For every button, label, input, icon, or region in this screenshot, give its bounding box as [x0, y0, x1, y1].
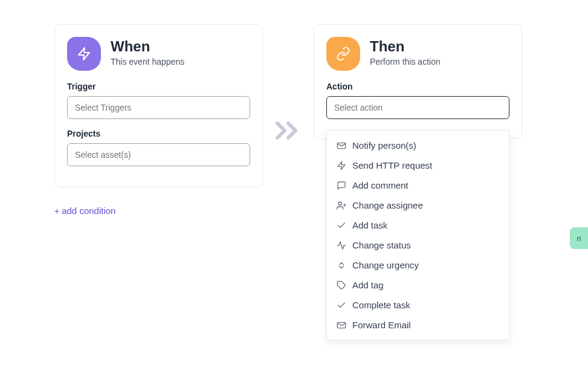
- link-icon: [326, 37, 360, 71]
- add-condition-button[interactable]: + add condition: [54, 206, 115, 216]
- action-option-label: Notify person(s): [352, 140, 416, 151]
- action-option-label: Add tag: [352, 280, 384, 290]
- action-option-label: Forward Email: [352, 320, 411, 330]
- bolt-icon: [67, 37, 101, 71]
- check-icon: [337, 221, 346, 230]
- when-subtitle: This event happens: [111, 57, 184, 66]
- action-option-label: Add task: [352, 220, 387, 230]
- projects-label: Projects: [67, 129, 250, 138]
- action-option[interactable]: Change status: [327, 235, 509, 255]
- svg-point-3: [338, 202, 341, 205]
- trigger-select[interactable]: [67, 96, 250, 119]
- action-option[interactable]: Change urgency: [327, 255, 509, 275]
- action-option[interactable]: Change assignee: [327, 195, 509, 215]
- action-option[interactable]: Add tag: [327, 275, 509, 295]
- tag-icon: [337, 280, 346, 290]
- when-title: When: [111, 38, 184, 56]
- action-select[interactable]: [326, 96, 509, 119]
- bg-pill-text: n: [577, 234, 581, 243]
- when-card-header: When This event happens: [67, 37, 250, 71]
- arrow-connector-icon: [275, 24, 302, 140]
- action-option-label: Change urgency: [352, 260, 419, 270]
- projects-select[interactable]: [67, 143, 250, 166]
- svg-marker-2: [338, 161, 345, 169]
- action-option-label: Change assignee: [352, 200, 423, 210]
- check-icon: [337, 300, 346, 310]
- trigger-label: Trigger: [67, 82, 250, 91]
- mail-icon: [337, 141, 346, 151]
- background-pill: n: [570, 227, 588, 249]
- comment-icon: [337, 181, 346, 190]
- action-dropdown: Notify person(s)Send HTTP requestAdd com…: [326, 130, 509, 340]
- action-option[interactable]: Complete task: [327, 295, 509, 315]
- then-title: Then: [370, 38, 441, 56]
- then-card-header: Then Perform this action: [326, 37, 509, 71]
- action-option[interactable]: Add comment: [327, 175, 509, 195]
- activity-icon: [337, 241, 346, 250]
- action-option[interactable]: Notify person(s): [327, 135, 509, 155]
- then-subtitle: Perform this action: [370, 57, 441, 66]
- mail-icon: [337, 320, 346, 330]
- action-label: Action: [326, 82, 509, 91]
- then-card: Then Perform this action Action Notify p…: [314, 24, 522, 139]
- action-option[interactable]: Add task: [327, 215, 509, 235]
- add-condition-label: add condition: [62, 206, 115, 216]
- action-option-label: Change status: [352, 240, 411, 250]
- action-option-label: Send HTTP request: [352, 160, 432, 170]
- svg-marker-0: [79, 48, 89, 60]
- action-option-label: Complete task: [352, 300, 410, 310]
- action-option[interactable]: Forward Email: [327, 315, 509, 335]
- plus-icon: +: [54, 206, 59, 216]
- when-card: When This event happens Trigger Projects: [54, 24, 263, 187]
- updown-icon: [337, 261, 346, 270]
- action-option-label: Add comment: [352, 180, 409, 190]
- user-plus-icon: [337, 201, 346, 210]
- automation-builder: When This event happens Trigger Projects: [0, 0, 588, 187]
- action-option[interactable]: Send HTTP request: [327, 155, 509, 175]
- bolt-icon: [337, 161, 346, 170]
